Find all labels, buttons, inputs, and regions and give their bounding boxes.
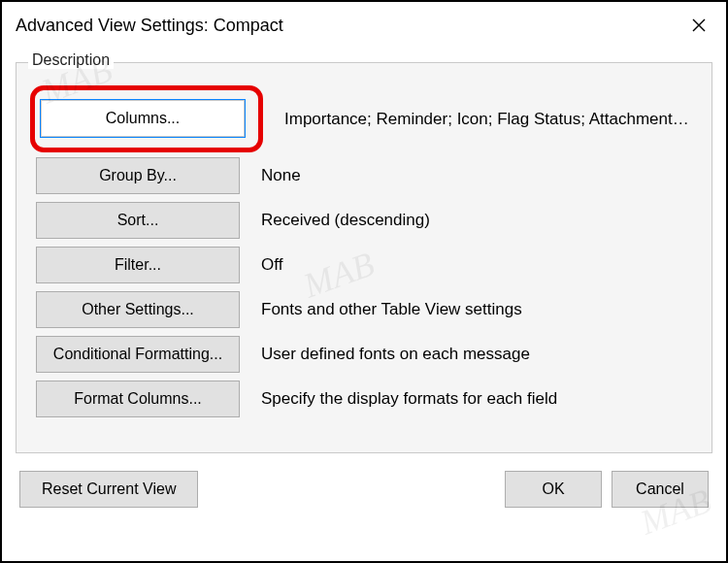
close-icon bbox=[691, 17, 707, 33]
highlight-annotation: Columns... bbox=[30, 85, 263, 152]
titlebar: Advanced View Settings: Compact bbox=[2, 2, 726, 49]
filter-summary: Off bbox=[261, 255, 692, 275]
format-columns-summary: Specify the display formats for each fie… bbox=[261, 389, 692, 409]
cancel-button[interactable]: Cancel bbox=[612, 471, 709, 508]
sort-summary: Received (descending) bbox=[261, 211, 692, 230]
description-groupbox: Description Columns... Importance; Remin… bbox=[16, 62, 712, 453]
dialog-window: Advanced View Settings: Compact Descript… bbox=[0, 0, 728, 563]
groupbox-label: Description bbox=[28, 51, 114, 69]
sort-button[interactable]: Sort... bbox=[36, 202, 240, 239]
columns-summary: Importance; Reminder; Icon; Flag Status;… bbox=[284, 110, 692, 129]
row-sort: Sort... Received (descending) bbox=[36, 202, 692, 239]
row-columns: Columns... Importance; Reminder; Icon; F… bbox=[36, 88, 692, 149]
dialog-content: Description Columns... Importance; Remin… bbox=[2, 49, 726, 561]
conditional-formatting-summary: User defined fonts on each message bbox=[261, 345, 692, 364]
row-conditional-formatting: Conditional Formatting... User defined f… bbox=[36, 336, 692, 373]
dialog-title: Advanced View Settings: Compact bbox=[16, 16, 283, 36]
row-format-columns: Format Columns... Specify the display fo… bbox=[36, 381, 692, 417]
format-columns-button[interactable]: Format Columns... bbox=[36, 381, 240, 417]
other-settings-button[interactable]: Other Settings... bbox=[36, 291, 240, 328]
dialog-bottom-bar: Reset Current View OK Cancel bbox=[16, 471, 712, 508]
groupby-button[interactable]: Group By... bbox=[36, 157, 240, 194]
groupby-summary: None bbox=[261, 166, 692, 185]
ok-button[interactable]: OK bbox=[505, 471, 602, 508]
row-groupby: Group By... None bbox=[36, 157, 692, 194]
right-actions: OK Cancel bbox=[505, 471, 709, 508]
filter-button[interactable]: Filter... bbox=[36, 247, 240, 283]
conditional-formatting-button[interactable]: Conditional Formatting... bbox=[36, 336, 240, 373]
close-button[interactable] bbox=[685, 12, 712, 39]
other-settings-summary: Fonts and other Table View settings bbox=[261, 300, 692, 319]
columns-button[interactable]: Columns... bbox=[41, 100, 245, 137]
row-filter: Filter... Off bbox=[36, 247, 692, 283]
reset-current-view-button[interactable]: Reset Current View bbox=[19, 471, 198, 508]
row-other-settings: Other Settings... Fonts and other Table … bbox=[36, 291, 692, 328]
